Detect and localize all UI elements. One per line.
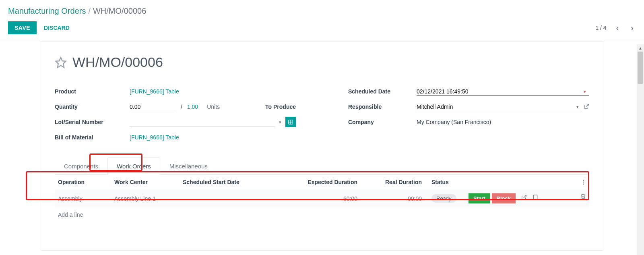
external-link-icon xyxy=(521,195,527,200)
open-work-order-icon[interactable] xyxy=(521,195,528,201)
add-a-line[interactable]: Add a line xyxy=(55,207,589,222)
scrollbar-thumb[interactable] xyxy=(638,52,643,84)
table-options-kebab-icon[interactable]: ⋮ xyxy=(580,179,586,185)
th-operation[interactable]: Operation xyxy=(55,175,111,189)
responsible-caret-icon[interactable]: ▾ xyxy=(576,104,579,110)
to-produce-label: To Produce xyxy=(265,104,296,110)
th-real-duration[interactable]: Real Duration xyxy=(361,175,425,189)
scheduled-date-caret-icon[interactable]: ▾ xyxy=(584,89,586,94)
external-link-icon xyxy=(584,104,589,109)
tab-components[interactable]: Components xyxy=(55,158,107,175)
svg-line-4 xyxy=(586,104,588,106)
cell-work-center[interactable]: Assembly Line 1 xyxy=(111,189,180,207)
svg-rect-6 xyxy=(533,195,537,200)
quantity-label: Quantity xyxy=(55,104,130,110)
company-label: Company xyxy=(348,119,417,125)
lot-serial-input[interactable] xyxy=(130,118,275,126)
bom-label: Bill of Material xyxy=(55,134,130,141)
responsible-external-link-icon[interactable] xyxy=(584,104,589,110)
start-button[interactable]: Start xyxy=(469,193,490,203)
product-value[interactable]: [FURN_9666] Table xyxy=(130,88,296,95)
lot-serial-label: Lot/Serial Number xyxy=(55,119,130,125)
quantity-target[interactable]: 1.00 xyxy=(187,104,198,110)
bom-value[interactable]: [FURN_9666] Table xyxy=(130,134,296,141)
discard-button[interactable]: DISCARD xyxy=(44,25,70,31)
breadcrumb-current: WH/MO/00006 xyxy=(93,6,146,16)
lot-serial-caret-icon[interactable]: ▾ xyxy=(279,120,281,125)
breadcrumb-root[interactable]: Manufacturing Orders xyxy=(8,6,86,16)
th-status[interactable]: Status xyxy=(425,175,465,189)
scrollbar-up-icon[interactable]: ▲ xyxy=(637,44,644,52)
pager-counter[interactable]: 1 / 4 xyxy=(595,25,606,31)
table-row[interactable]: Assembly Assembly Line 1 60:00 00:00 Rea… xyxy=(55,189,589,207)
scheduled-date-input[interactable] xyxy=(417,87,589,96)
scheduled-date-label: Scheduled Date xyxy=(348,88,417,95)
product-label: Product xyxy=(55,88,130,95)
cell-scheduled-start[interactable] xyxy=(180,189,300,207)
vertical-scrollbar[interactable]: ▲ xyxy=(637,44,644,255)
delete-row-icon[interactable] xyxy=(580,193,586,200)
record-title: WH/MO/00006 xyxy=(72,54,163,70)
pager-next-button[interactable]: › xyxy=(628,23,636,33)
form-sheet: WH/MO/00006 Product [FURN_9666] Table Qu… xyxy=(41,41,603,251)
svg-marker-0 xyxy=(56,57,66,67)
lot-serial-grid-button[interactable] xyxy=(285,117,296,127)
th-expected-duration[interactable]: Expected Duration xyxy=(300,175,361,189)
tabs: Components Work Orders Miscellaneous xyxy=(55,157,589,175)
breadcrumb: Manufacturing Orders / WH/MO/00006 xyxy=(8,6,636,16)
quantity-units: Units xyxy=(207,104,220,110)
tab-miscellaneous[interactable]: Miscellaneous xyxy=(160,158,217,175)
pager-prev-button[interactable]: ‹ xyxy=(614,23,621,33)
trash-icon xyxy=(580,193,586,199)
work-orders-table: Operation Work Center Scheduled Start Da… xyxy=(55,175,589,222)
tablet-icon xyxy=(533,195,538,200)
status-badge: Ready xyxy=(431,194,456,203)
cell-expected-duration[interactable]: 60:00 xyxy=(300,189,361,207)
cell-real-duration[interactable]: 00:00 xyxy=(361,189,425,207)
th-work-center[interactable]: Work Center xyxy=(111,175,180,189)
grid-icon xyxy=(288,119,293,125)
tab-work-orders[interactable]: Work Orders xyxy=(107,158,160,175)
responsible-input[interactable] xyxy=(417,103,582,111)
responsible-label: Responsible xyxy=(348,104,417,110)
company-value[interactable]: My Company (San Francisco) xyxy=(417,119,589,125)
pager: 1 / 4 ‹ › xyxy=(595,23,636,33)
quantity-separator: / xyxy=(181,104,182,110)
breadcrumb-separator: / xyxy=(88,6,91,16)
th-scheduled-start[interactable]: Scheduled Start Date xyxy=(180,175,300,189)
block-button[interactable]: Block xyxy=(492,193,516,203)
action-bar: SAVE DISCARD 1 / 4 ‹ › xyxy=(0,21,644,41)
quantity-input[interactable] xyxy=(130,103,176,111)
svg-line-5 xyxy=(524,195,526,198)
priority-star-icon[interactable] xyxy=(55,56,67,68)
cell-operation[interactable]: Assembly xyxy=(55,189,111,207)
tablet-view-icon[interactable] xyxy=(533,195,538,201)
save-button[interactable]: SAVE xyxy=(8,21,37,34)
